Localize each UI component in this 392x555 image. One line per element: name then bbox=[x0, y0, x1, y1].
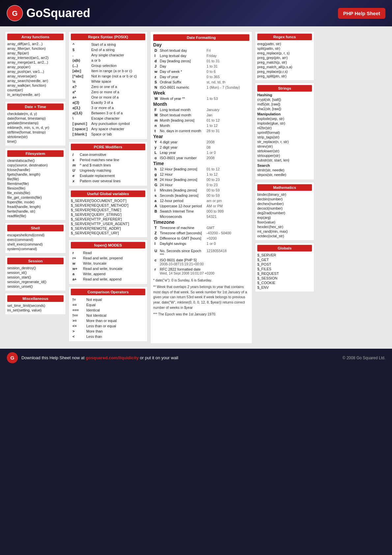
date-val: GMT bbox=[206, 225, 249, 230]
pcre-modifier: x bbox=[71, 179, 78, 183]
note1: * date("w"): 0 is Sunday, 6 is Saturday. bbox=[153, 278, 249, 283]
globals-section: Globals $_SERVER$_GET$_POST$_FILES$_REQU… bbox=[255, 243, 314, 292]
table-row: tNo. days in current month28 to 31 bbox=[154, 129, 249, 133]
pcre-section: PCRE Modifiers iCase-insensitivesPeriod … bbox=[69, 141, 148, 186]
list-item: session_regenerate_id() bbox=[7, 279, 64, 284]
list-item: clearstatscache() bbox=[7, 158, 64, 163]
table-row: lLong textual dayFriday bbox=[154, 53, 249, 58]
date-desc: 12 Hour [leading zeros] bbox=[159, 167, 205, 171]
tz-heading: Timezone bbox=[153, 219, 249, 225]
date-key: L bbox=[154, 150, 158, 155]
regex-pattern: a{3,} bbox=[71, 105, 90, 110]
date-val: 1 to 12 bbox=[206, 123, 249, 128]
date-desc: No. days in current month bbox=[159, 129, 205, 133]
date-val: 1218055418 bbox=[206, 248, 249, 257]
hashing-heading: Hashing bbox=[257, 93, 312, 97]
list-item: $_SERVER['HTTP_REFERER'] bbox=[71, 217, 145, 221]
week-table: WWeek of year **1 to 53 bbox=[153, 96, 249, 102]
regex-desc: Zero or more of a bbox=[90, 90, 145, 94]
comp-desc: Not Identical bbox=[85, 313, 118, 318]
list-item: array_pop(arr) bbox=[7, 65, 64, 69]
list-item: filesize(file) bbox=[7, 186, 64, 190]
date-val: 1 or 0 bbox=[206, 241, 249, 246]
date-key: n bbox=[154, 123, 158, 128]
date-key: m bbox=[154, 118, 158, 123]
comparison-title: Comparison Operators bbox=[71, 289, 145, 295]
date-val: 00 to 59 bbox=[206, 193, 249, 198]
comp-desc: More than or equal bbox=[85, 318, 118, 323]
date-key: y bbox=[154, 145, 158, 150]
table-row: oISO-8601 year number2008 bbox=[154, 156, 249, 160]
list-item: array_diff(arr1, arr2...) bbox=[7, 42, 64, 46]
table-row: ===Identical bbox=[71, 308, 118, 312]
comparison-table: !=Not equal==Equal===Identical!==Not Ide… bbox=[71, 297, 118, 339]
date-key: W bbox=[154, 96, 158, 101]
table-row: (...)Group selection bbox=[71, 63, 145, 68]
date-key: Y bbox=[154, 140, 158, 144]
date-key: i bbox=[154, 188, 158, 192]
globals-title: Globals bbox=[257, 245, 312, 251]
list-item: $_SESSION bbox=[257, 276, 312, 280]
list-item: $_SERVER['REMOTE_ADDR'] bbox=[71, 226, 145, 231]
footer: G Download this Help Sheet now at gosqua… bbox=[0, 349, 392, 367]
list-item: time() bbox=[7, 139, 64, 144]
list-item: sprintf(format) bbox=[257, 130, 312, 135]
list-item: str_replace(n, r, str) bbox=[257, 139, 312, 144]
month-heading: Month bbox=[153, 102, 249, 107]
regex-desc: Any single character bbox=[90, 53, 145, 57]
global-vars-section: Useful Global variables $_SERVER['DOCUME… bbox=[69, 188, 148, 238]
fopen-mode: a+ bbox=[71, 277, 81, 281]
list-item: $_GET bbox=[257, 257, 312, 262]
list-item: array_push(arr, var1...) bbox=[7, 69, 64, 74]
list-item: copy(source, destination) bbox=[7, 163, 64, 167]
manipulation-sub: Manipulation explode(sep, str)implode(gl… bbox=[257, 112, 312, 162]
table-row: ODifference to GMT [hours]+0200 bbox=[154, 236, 249, 241]
table-row: m^ and $ match lines bbox=[71, 163, 122, 167]
table-row: AUppercase 12-hour periodAM or PM bbox=[154, 204, 249, 208]
regex-funcs-list: ereg(pattn, str)split(pattn, str)ereg_re… bbox=[257, 42, 312, 78]
regex-desc: Any space character bbox=[90, 127, 145, 131]
date-desc: 2 digit year bbox=[159, 145, 205, 150]
day-table: DShort textual dayFrilLong textual dayFr… bbox=[153, 47, 249, 90]
pcre-desc: Pattern over several lines bbox=[79, 179, 122, 183]
list-item: preg_split(ptn, str) bbox=[257, 74, 312, 78]
date-key: T bbox=[154, 225, 158, 230]
table-row: [^abc]Not in range (not a or b or c) bbox=[71, 74, 145, 78]
svg-text:G: G bbox=[11, 355, 14, 361]
global-vars-list: $_SERVER['DOCUMENT_ROOT']$_SERVER['REQUE… bbox=[71, 198, 145, 235]
date-desc: Short textual day bbox=[159, 48, 205, 53]
table-row: [:blank:]Space or tab bbox=[71, 132, 145, 136]
list-item: sha1(str, [raw]) bbox=[257, 106, 312, 111]
footer-link[interactable]: gosquared.com/liquidicity bbox=[86, 355, 139, 360]
comp-op: !== bbox=[71, 313, 85, 318]
date-key: h bbox=[154, 167, 158, 171]
regex-desc: Group selection bbox=[90, 63, 145, 68]
comp-op: < bbox=[71, 334, 85, 339]
list-item: file(file) bbox=[7, 177, 64, 181]
comp-desc: Not equal bbox=[85, 297, 118, 302]
logo-text: GoSquared bbox=[26, 6, 90, 20]
fopen-desc: Read and write, truncate bbox=[82, 266, 124, 271]
date-val: 1 (Mon) - 7 (Sunday) bbox=[206, 85, 249, 90]
list-item: ini_set(setting, value) bbox=[7, 308, 64, 312]
list-item: array_flip(arr) bbox=[7, 51, 64, 55]
list-item: session_id() bbox=[7, 270, 64, 275]
date-desc: Seconds [leading zeros] bbox=[159, 193, 205, 198]
pcre-desc: Ungreedy matching bbox=[79, 168, 122, 173]
time-heading: Time bbox=[153, 161, 249, 166]
regex-desc: a or b bbox=[90, 58, 145, 63]
comp-desc: More than bbox=[85, 329, 118, 334]
global-vars-title: Useful Global variables bbox=[71, 190, 145, 197]
regex-syntax-title: Regex Syntax (POSIX) bbox=[71, 34, 145, 40]
table-row: aWrite, append bbox=[71, 272, 124, 276]
fopen-desc: Write, append bbox=[82, 272, 124, 276]
date-key: Z bbox=[154, 231, 158, 235]
date-key: t bbox=[154, 129, 158, 133]
note2: ** Week that overlaps 2 years belongs to… bbox=[153, 284, 249, 310]
list-item: $_SERVER['DOCUMENT_ROOT'] bbox=[71, 198, 145, 203]
header: G GoSquared PHP Help Sheet bbox=[0, 0, 392, 26]
fopen-title: fopen() MODES bbox=[71, 242, 145, 248]
table-row: FLong textual monthJanuary bbox=[154, 107, 249, 112]
search-sub: Search strstr(str, needle)strpos(str, ne… bbox=[257, 163, 312, 177]
table-row: $End of a string bbox=[71, 47, 145, 52]
